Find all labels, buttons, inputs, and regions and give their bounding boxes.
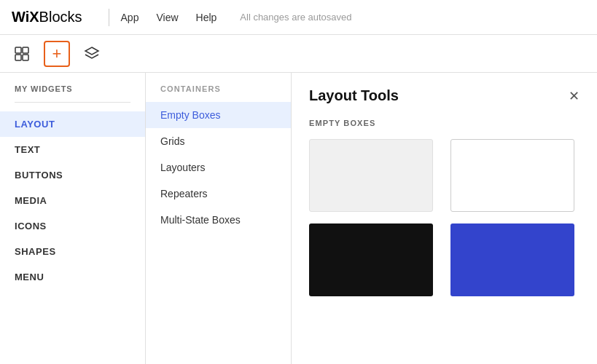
middle-panel: CONTAINERS Empty Boxes Grids Layouters R… (146, 73, 292, 364)
svg-marker-4 (85, 47, 98, 55)
logo-divider (109, 9, 109, 26)
empty-boxes-section-label: EMPTY BOXES (309, 119, 580, 127)
svg-rect-0 (15, 47, 21, 53)
menu-view[interactable]: View (156, 12, 178, 23)
toolbar-row: + (0, 35, 597, 73)
sidebar-item-buttons[interactable]: BUTTONS (0, 162, 145, 188)
logo: WiX Blocks (12, 9, 82, 25)
menu-app[interactable]: App (121, 12, 139, 23)
layers-icon (84, 46, 100, 62)
panel-item-repeaters[interactable]: Repeaters (146, 181, 291, 207)
panel-item-layouters[interactable]: Layouters (146, 154, 291, 181)
menu-items: App View Help All changes are autosaved (121, 12, 585, 23)
left-sidebar: MY WIDGETS LAYOUT TEXT BUTTONS MEDIA ICO… (0, 73, 146, 364)
sidebar-title: MY WIDGETS (0, 84, 145, 102)
panel-item-grids[interactable]: Grids (146, 128, 291, 154)
sidebar-divider (15, 102, 130, 103)
svg-rect-3 (23, 55, 28, 60)
containers-section-title: CONTAINERS (146, 84, 291, 102)
grid-view-button[interactable] (9, 41, 35, 67)
layout-tools-title: Layout Tools (309, 87, 399, 104)
sidebar-item-menu[interactable]: MENU (0, 264, 145, 290)
grid-icon (14, 46, 30, 62)
box-item-light[interactable] (309, 139, 433, 212)
svg-rect-2 (15, 55, 21, 60)
sidebar-item-text[interactable]: TEXT (0, 137, 145, 162)
add-button[interactable]: + (44, 41, 70, 67)
box-item-outline[interactable] (450, 139, 574, 212)
panel-item-empty-boxes[interactable]: Empty Boxes (146, 102, 291, 128)
autosave-text: All changes are autosaved (240, 12, 351, 23)
box-item-dark[interactable] (309, 223, 433, 296)
sidebar-item-icons[interactable]: ICONS (0, 213, 145, 239)
boxes-grid (309, 139, 580, 296)
logo-blocks: Blocks (39, 9, 82, 25)
box-item-blue[interactable] (450, 223, 574, 296)
svg-rect-1 (23, 47, 28, 53)
close-button[interactable]: ✕ (569, 90, 580, 103)
right-panel-header: Layout Tools ✕ (309, 87, 580, 104)
layers-button[interactable] (79, 41, 105, 67)
main-content: MY WIDGETS LAYOUT TEXT BUTTONS MEDIA ICO… (0, 73, 597, 364)
sidebar-item-media[interactable]: MEDIA (0, 188, 145, 213)
sidebar-item-layout[interactable]: LAYOUT (0, 111, 145, 137)
menu-help[interactable]: Help (196, 12, 217, 23)
sidebar-item-shapes[interactable]: SHAPES (0, 239, 145, 264)
add-icon: + (52, 46, 62, 62)
panel-item-multi-state-boxes[interactable]: Multi-State Boxes (146, 207, 291, 233)
top-bar: WiX Blocks App View Help All changes are… (0, 0, 597, 35)
logo-wix: WiX (12, 9, 39, 25)
right-panel: Layout Tools ✕ EMPTY BOXES (292, 73, 597, 364)
